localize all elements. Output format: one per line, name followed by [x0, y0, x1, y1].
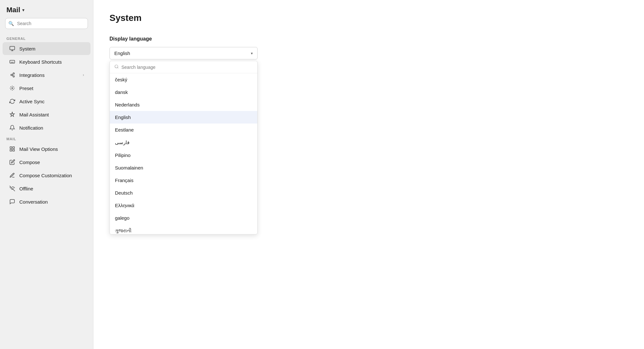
- svg-rect-0: [10, 46, 15, 50]
- sidebar-item-label-system: System: [19, 46, 84, 51]
- sidebar-item-label-integrations: Integrations: [19, 72, 79, 78]
- page-title: System: [109, 13, 628, 23]
- active-sync-icon: [9, 98, 15, 105]
- sidebar-item-active-sync[interactable]: Active Sync: [3, 95, 90, 108]
- language-item-fr[interactable]: Français: [110, 174, 257, 187]
- sidebar-item-label-preset: Preset: [19, 86, 84, 91]
- language-search-input[interactable]: [121, 65, 253, 70]
- language-dropdown-panel: český dansk Nederlands English Eestlane …: [109, 61, 258, 234]
- svg-rect-15: [10, 147, 12, 148]
- sidebar-item-mail-view-options[interactable]: Mail View Options: [3, 142, 90, 155]
- section-mail: MAIL Mail View Options Compose Compose C…: [0, 134, 93, 208]
- language-item-fi[interactable]: Suomalainen: [110, 161, 257, 174]
- keyboard-icon: [9, 59, 15, 65]
- display-language-section: Display language English ▾ český dansk N…: [109, 36, 628, 60]
- sidebar-item-conversation[interactable]: Conversation: [3, 195, 90, 208]
- preset-icon: [9, 85, 15, 91]
- language-item-fa[interactable]: فارسی: [110, 136, 257, 149]
- sidebar-item-label-compose: Compose: [19, 160, 84, 165]
- svg-line-22: [118, 68, 118, 69]
- sidebar-item-label-compose-customization: Compose Customization: [19, 173, 84, 178]
- sidebar-search-input[interactable]: [5, 18, 88, 29]
- main-content: System Display language English ▾ český …: [93, 0, 644, 349]
- compose-customization-icon: [9, 172, 15, 179]
- display-language-label: Display language: [109, 36, 628, 42]
- language-item-fil[interactable]: Pilipino: [110, 149, 257, 161]
- sidebar-item-label-mail-view-options: Mail View Options: [19, 146, 84, 152]
- language-item-de[interactable]: Deutsch: [110, 187, 257, 199]
- svg-rect-3: [10, 60, 15, 63]
- language-dropdown-trigger[interactable]: English ▾: [109, 47, 258, 60]
- sidebar-item-mail-assistant[interactable]: Mail Assistant: [3, 108, 90, 121]
- sidebar-item-keyboard-shortcuts[interactable]: Keyboard Shortcuts: [3, 55, 90, 68]
- offline-icon: [9, 185, 15, 192]
- sidebar-item-notification[interactable]: Notification: [3, 121, 90, 134]
- sidebar-item-label-offline: Offline: [19, 186, 84, 191]
- sidebar-item-label-active-sync: Active Sync: [19, 99, 84, 104]
- language-item-en[interactable]: English: [110, 111, 257, 124]
- language-item-gl[interactable]: galego: [110, 212, 257, 224]
- language-item-et[interactable]: Eestlane: [110, 124, 257, 136]
- sidebar-item-label-conversation: Conversation: [19, 199, 84, 205]
- selected-language-label: English: [114, 51, 130, 56]
- compose-icon: [9, 159, 15, 165]
- svg-point-11: [13, 76, 14, 77]
- svg-point-14: [12, 88, 13, 89]
- integrations-chevron-icon: ›: [83, 73, 84, 77]
- language-item-cs[interactable]: český: [110, 73, 257, 86]
- svg-line-13: [12, 75, 13, 76]
- monitor-icon: [9, 45, 15, 52]
- sidebar-title-chevron[interactable]: ▾: [22, 7, 24, 13]
- mail-view-options-icon: [9, 146, 15, 152]
- sidebar-title: Mail: [6, 6, 20, 14]
- sidebar-item-compose-customization[interactable]: Compose Customization: [3, 169, 90, 182]
- language-item-gu[interactable]: ગુજરાતી: [110, 224, 257, 234]
- section-label-mail: MAIL: [0, 134, 93, 142]
- sidebar-item-label-mail-assistant: Mail Assistant: [19, 112, 84, 117]
- svg-point-21: [115, 65, 118, 68]
- mail-assistant-icon: [9, 111, 15, 118]
- language-item-nl[interactable]: Nederlands: [110, 98, 257, 111]
- sidebar-item-label-keyboard-shortcuts: Keyboard Shortcuts: [19, 59, 84, 65]
- svg-point-10: [13, 73, 14, 74]
- language-dropdown: English ▾ český dansk Nederlands English…: [109, 47, 258, 60]
- sidebar-item-offline[interactable]: Offline: [3, 182, 90, 195]
- svg-rect-16: [13, 147, 14, 148]
- sidebar-header: Mail ▾: [0, 0, 93, 18]
- sidebar-item-label-notification: Notification: [19, 125, 84, 131]
- integrations-icon: [9, 72, 15, 78]
- section-label-general: GENERAL: [0, 34, 93, 42]
- sidebar-search-container: 🔍: [5, 18, 88, 29]
- sidebar-item-preset[interactable]: Preset: [3, 82, 90, 95]
- sidebar-item-system[interactable]: System: [3, 42, 90, 55]
- language-search-icon: [114, 64, 119, 70]
- search-icon: 🔍: [8, 21, 14, 26]
- conversation-icon: [9, 198, 15, 205]
- language-item-el[interactable]: Ελληνικά: [110, 199, 257, 212]
- language-search-container: [110, 61, 257, 73]
- svg-rect-18: [13, 150, 14, 151]
- language-list: český dansk Nederlands English Eestlane …: [110, 73, 257, 234]
- svg-rect-17: [10, 150, 12, 151]
- svg-line-12: [12, 74, 13, 75]
- language-item-da[interactable]: dansk: [110, 86, 257, 98]
- sidebar-item-compose[interactable]: Compose: [3, 156, 90, 169]
- sidebar-item-integrations[interactable]: Integrations ›: [3, 69, 90, 81]
- section-general: GENERAL System Keyboard Shortcuts Integr…: [0, 34, 93, 134]
- sidebar: Mail ▾ 🔍 GENERAL System Keyboard Shortcu…: [0, 0, 93, 349]
- notification-icon: [9, 124, 15, 131]
- dropdown-chevron-icon: ▾: [251, 51, 253, 56]
- svg-point-9: [11, 74, 13, 76]
